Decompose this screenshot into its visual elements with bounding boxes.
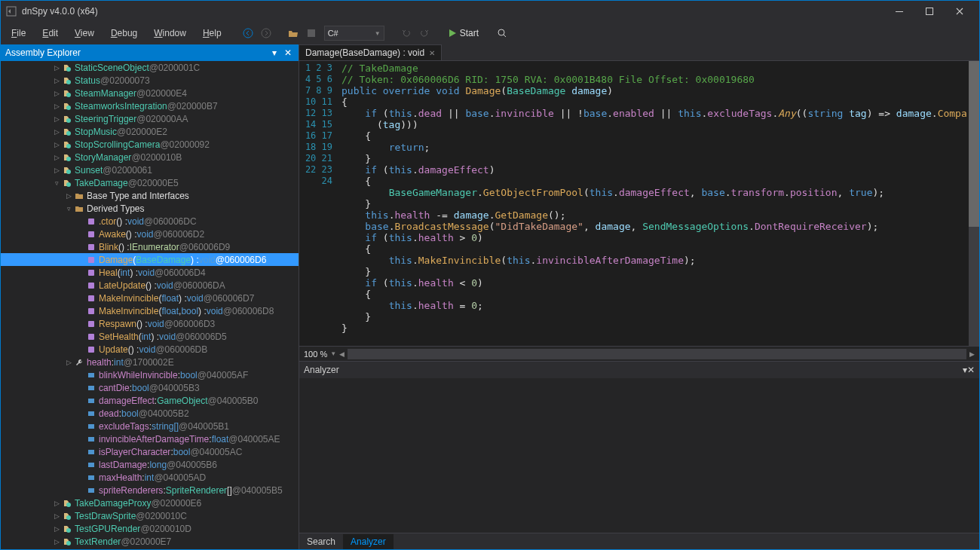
undo-icon[interactable] [398, 25, 415, 41]
scroll-left-icon[interactable]: ◀ [339, 350, 345, 358]
svg-point-12 [66, 131, 71, 136]
tree-row[interactable]: Update() : void @060006DB [1, 343, 299, 356]
menu-edit[interactable]: Edit [35, 25, 66, 41]
svg-point-6 [498, 29, 504, 35]
tree-row[interactable]: SetHealth(int) : void @060006D5 [1, 330, 299, 343]
tree-row[interactable]: maxHealth : int @040005AD [1, 471, 299, 484]
panel-close-icon[interactable]: ✕ [282, 47, 294, 59]
svg-rect-35 [88, 463, 94, 467]
tree-row[interactable]: cantDie : bool @040005B3 [1, 381, 299, 394]
editor-scrollbar[interactable] [969, 61, 979, 346]
tab-search[interactable]: Search [299, 534, 343, 549]
editor-area: Damage(BaseDamage) : void ✕ 1 2 3 4 5 6 … [299, 44, 979, 549]
bottom-tabstrip: Search Analyzer [299, 533, 979, 549]
language-label: C# [328, 29, 338, 38]
tree-row[interactable]: damageEffect : GameObject @040005B0 [1, 394, 299, 407]
tree-row[interactable]: ▿TakeDamage @020000E5 [1, 176, 299, 189]
tree-row[interactable]: MakeInvincible(float, bool) : void @0600… [1, 304, 299, 317]
tree-row[interactable]: MakeInvincible(float) : void @060006D7 [1, 292, 299, 304]
menu-file[interactable]: File [4, 25, 33, 41]
open-icon[interactable] [285, 25, 302, 41]
zoom-dropdown-icon[interactable]: ▼ [330, 350, 336, 357]
editor-tab[interactable]: Damage(BaseDamage) : void ✕ [299, 44, 442, 60]
tab-analyzer[interactable]: Analyzer [343, 534, 394, 549]
search-icon[interactable] [494, 25, 510, 41]
svg-rect-20 [88, 257, 94, 263]
tree-row[interactable]: ▷TestGPURender @0200010D [1, 522, 299, 535]
svg-rect-17 [88, 218, 94, 225]
tab-close-icon[interactable]: ✕ [429, 49, 435, 57]
window-title: dnSpy v4.0.0 (x64) [22, 6, 884, 17]
minimize-button[interactable] [884, 1, 914, 22]
tree-row[interactable]: dead : bool @040005B2 [1, 407, 299, 420]
tree-row[interactable]: excludeTags : string[] @040005B1 [1, 420, 299, 432]
svg-rect-28 [88, 373, 94, 377]
menu-window[interactable]: Window [146, 25, 194, 41]
tree-row[interactable]: spriteRenderers : SpriteRenderer[] @0400… [1, 484, 299, 497]
tree-row[interactable]: ▷SteamManager @020000E4 [1, 87, 299, 99]
save-icon[interactable] [303, 25, 320, 41]
svg-point-3 [243, 29, 253, 38]
tree-row[interactable]: lastDamage : long @040005B6 [1, 458, 299, 471]
tree-row[interactable]: blinkWhileInvincible : bool @040005AF [1, 368, 299, 381]
maximize-button[interactable] [914, 1, 945, 22]
menu-debug[interactable]: Debug [103, 25, 145, 41]
analyzer-panel: Analyzer ▾ ✕ Search Analyzer [299, 361, 979, 549]
analyzer-close-icon[interactable]: ✕ [967, 365, 975, 375]
tree-row[interactable]: LateUpdate() : void @060006DA [1, 279, 299, 292]
tree-row[interactable]: ▷TakeDamageProxy @020000E6 [1, 497, 299, 509]
tree-row[interactable]: ▷SteeringTrigger @020000AA [1, 112, 299, 125]
tree-row[interactable]: ▷Status @02000073 [1, 74, 299, 87]
svg-rect-5 [308, 29, 315, 37]
scroll-right-icon[interactable]: ▶ [969, 350, 975, 358]
tree-row[interactable]: .ctor() : void @060006DC [1, 215, 299, 228]
tree-row[interactable]: ▿Derived Types [1, 202, 299, 215]
svg-rect-27 [88, 347, 94, 353]
tree-row[interactable]: ▷Sunset @02000061 [1, 163, 299, 176]
tree-row[interactable]: Respawn() : void @060006D3 [1, 317, 299, 330]
tree-view[interactable]: ▷StaticSceneObject @0200001C▷Status @020… [1, 61, 299, 549]
tree-row[interactable]: ▷StaticSceneObject @0200001C [1, 61, 299, 74]
svg-point-4 [262, 29, 271, 38]
tree-row[interactable]: invincibleAfterDamageTime : float @04000… [1, 432, 299, 445]
tree-row[interactable]: ▷StopScrollingCamera @02000092 [1, 138, 299, 151]
hscroll-track[interactable] [348, 349, 966, 359]
close-button[interactable] [945, 1, 975, 22]
code-content[interactable]: // TakeDamage // Token: 0x060006D6 RID: … [338, 61, 979, 346]
tree-row[interactable]: Heal(int) : void @060006D4 [1, 266, 299, 279]
nav-forward-icon[interactable] [258, 25, 274, 41]
svg-point-38 [66, 503, 71, 507]
titlebar: dnSpy v4.0.0 (x64) [1, 1, 979, 22]
svg-rect-37 [88, 488, 94, 493]
redo-icon[interactable] [416, 25, 433, 41]
tree-row[interactable]: isPlayerCharacter : bool @040005AC [1, 445, 299, 458]
tree-row[interactable]: ▷health : int @1700002E [1, 356, 299, 368]
svg-rect-31 [88, 411, 94, 416]
nav-back-icon[interactable] [240, 25, 256, 41]
svg-point-14 [66, 157, 71, 161]
analyzer-title: Analyzer [304, 365, 339, 375]
tree-row[interactable]: ▷TestDrawSprite @0200010C [1, 509, 299, 522]
svg-rect-25 [88, 321, 94, 327]
language-selector[interactable]: C#▼ [324, 26, 384, 41]
menu-help[interactable]: Help [195, 25, 229, 41]
tree-row[interactable]: Damage(BaseDamage) : void @060006D6 [1, 253, 299, 266]
svg-rect-34 [88, 450, 94, 454]
tree-row[interactable]: ▷TextRender @020000E7 [1, 535, 299, 548]
tree-row[interactable]: ▷StoryManager @0200010B [1, 151, 299, 163]
svg-rect-32 [88, 424, 94, 429]
tree-row[interactable]: Blink() : IEnumerator @060006D9 [1, 240, 299, 253]
code-editor[interactable]: 1 2 3 4 5 6 7 8 9 10 11 12 13 14 15 16 1… [299, 61, 979, 346]
svg-rect-21 [88, 270, 94, 276]
start-button[interactable]: Start [443, 26, 483, 40]
tree-row[interactable]: Awake() : void @060006D2 [1, 228, 299, 240]
panel-dropdown-icon[interactable]: ▾ [268, 47, 280, 59]
svg-point-41 [66, 541, 71, 545]
tree-row[interactable]: ▷Base Type and Interfaces [1, 189, 299, 202]
editor-tabstrip: Damage(BaseDamage) : void ✕ [299, 44, 979, 61]
analyzer-header: Analyzer ▾ ✕ [299, 362, 979, 378]
menu-view[interactable]: View [67, 25, 102, 41]
tree-row[interactable]: ▷StopMusic @020000E2 [1, 125, 299, 138]
zoom-bar: 100 % ▼ ◀ ▶ [299, 346, 979, 361]
tree-row[interactable]: ▷SteamworksIntegration @020000B7 [1, 99, 299, 112]
